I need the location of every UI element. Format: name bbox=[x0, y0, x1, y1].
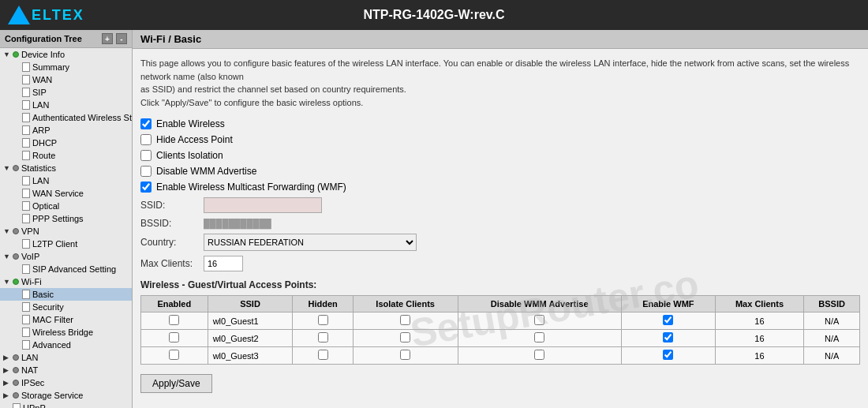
max-clients-input[interactable] bbox=[204, 256, 243, 271]
clients-isolation-checkbox[interactable] bbox=[140, 150, 152, 161]
page-icon bbox=[22, 176, 30, 185]
sidebar-item-wifi-security[interactable]: Security bbox=[0, 301, 132, 313]
clients-isolation-label[interactable]: Clients Isolation bbox=[140, 150, 223, 161]
sidebar-item-dhcp[interactable]: DHCP bbox=[0, 137, 132, 149]
sidebar-label: Advanced bbox=[32, 340, 71, 350]
guest1-enabled-checkbox[interactable] bbox=[169, 315, 179, 325]
disable-wmm-checkbox[interactable] bbox=[140, 166, 152, 177]
hide-ap-checkbox[interactable] bbox=[140, 134, 152, 145]
th-max-clients: Max Clients bbox=[715, 296, 803, 313]
page-icon bbox=[22, 328, 30, 337]
page-icon bbox=[22, 302, 30, 312]
guest2-disable-wmm-checkbox[interactable] bbox=[534, 332, 544, 342]
td-isolate bbox=[353, 347, 458, 365]
sidebar-item-wifi-advanced[interactable]: Advanced bbox=[0, 339, 132, 351]
sidebar-item-nat[interactable]: ▶ NAT bbox=[0, 364, 132, 376]
sidebar-item-stat-optical[interactable]: Optical bbox=[0, 200, 132, 212]
sidebar-item-voip[interactable]: ▼ VoIP bbox=[0, 250, 132, 263]
guest1-hidden-checkbox[interactable] bbox=[318, 315, 328, 325]
sidebar-label: Device Info bbox=[21, 50, 65, 59]
sidebar-label: Authenticated Wireless Static bbox=[32, 113, 133, 122]
sidebar-item-auth-wireless[interactable]: Authenticated Wireless Static bbox=[0, 111, 132, 124]
sidebar-label: Summary bbox=[32, 62, 69, 72]
max-clients-label: Max Clients: bbox=[140, 258, 204, 269]
page-icon bbox=[22, 290, 30, 299]
country-select[interactable]: RUSSIAN FEDERATION UNITED STATES GERMANY… bbox=[204, 234, 417, 251]
sidebar-item-lan-root[interactable]: ▶ LAN bbox=[0, 351, 132, 364]
sidebar-header: Configuration Tree + - bbox=[0, 30, 132, 48]
sidebar-item-storage[interactable]: ▶ Storage Service bbox=[0, 389, 132, 402]
sidebar-label: VoIP bbox=[21, 252, 39, 261]
sidebar-item-vpn[interactable]: ▼ VPN bbox=[0, 225, 132, 238]
guest3-hidden-checkbox[interactable] bbox=[318, 350, 328, 360]
status-icon bbox=[13, 380, 19, 386]
logo: ELTEX bbox=[8, 6, 84, 24]
remove-item-button[interactable]: - bbox=[116, 33, 127, 44]
expander-icon: ▼ bbox=[3, 227, 13, 235]
ssid-input[interactable] bbox=[204, 197, 322, 213]
sidebar-item-route[interactable]: Route bbox=[0, 149, 132, 162]
sidebar: Configuration Tree + - ▼ Device Info Sum… bbox=[0, 30, 133, 408]
sidebar-item-statistics[interactable]: ▼ Statistics bbox=[0, 162, 132, 174]
guest2-isolate-checkbox[interactable] bbox=[400, 332, 410, 342]
sidebar-item-l2tp[interactable]: L2TP Client bbox=[0, 238, 132, 250]
sidebar-label: PPP Settings bbox=[32, 214, 84, 223]
td-enabled bbox=[141, 347, 208, 365]
guest2-enable-wmf-checkbox[interactable] bbox=[663, 332, 673, 342]
enable-wmf-checkbox[interactable] bbox=[140, 182, 152, 193]
sidebar-item-lan[interactable]: LAN bbox=[0, 99, 132, 111]
th-ssid: SSID bbox=[208, 296, 293, 313]
content-header: Wi-Fi / Basic bbox=[133, 30, 868, 49]
hide-ap-label[interactable]: Hide Access Point bbox=[140, 134, 233, 145]
enable-wmf-label[interactable]: Enable Wireless Multicast Forwarding (WM… bbox=[140, 182, 346, 193]
sidebar-item-stat-lan[interactable]: LAN bbox=[0, 174, 132, 187]
sidebar-item-upnp[interactable]: UPnP bbox=[0, 402, 132, 408]
enable-wireless-label[interactable]: Enable Wireless bbox=[140, 118, 225, 129]
logo-triangle-icon bbox=[8, 6, 30, 24]
sidebar-item-device-info[interactable]: ▼ Device Info bbox=[0, 48, 132, 61]
sidebar-item-sip[interactable]: SIP bbox=[0, 86, 132, 99]
guest1-enable-wmf-checkbox[interactable] bbox=[663, 315, 673, 325]
page-icon bbox=[22, 201, 30, 211]
page-icon bbox=[22, 125, 30, 135]
country-label: Country: bbox=[140, 237, 204, 248]
sidebar-item-stat-wan[interactable]: WAN Service bbox=[0, 187, 132, 200]
guest1-isolate-checkbox[interactable] bbox=[400, 315, 410, 325]
max-clients-row: Max Clients: bbox=[140, 256, 860, 271]
sidebar-item-wifi[interactable]: ▼ Wi-Fi bbox=[0, 275, 132, 288]
main-layout: Configuration Tree + - ▼ Device Info Sum… bbox=[0, 30, 868, 408]
sidebar-label: Basic bbox=[32, 290, 54, 299]
status-icon bbox=[13, 228, 19, 234]
apply-save-button[interactable]: Apply/Save bbox=[140, 374, 212, 393]
sidebar-item-sip-advanced[interactable]: SIP Advanced Setting bbox=[0, 263, 132, 275]
guest3-disable-wmm-checkbox[interactable] bbox=[534, 350, 544, 360]
page-icon bbox=[22, 88, 30, 97]
guest2-enabled-checkbox[interactable] bbox=[169, 332, 179, 342]
sidebar-item-ppp-settings[interactable]: PPP Settings bbox=[0, 212, 132, 225]
sidebar-item-ipsec[interactable]: ▶ IPSec bbox=[0, 376, 132, 389]
td-disable-wmm bbox=[458, 313, 621, 330]
sidebar-label: SIP bbox=[32, 88, 47, 97]
sidebar-item-arp[interactable]: ARP bbox=[0, 124, 132, 137]
td-enabled bbox=[141, 313, 208, 330]
status-icon bbox=[13, 367, 19, 373]
description-line2: as SSID) and restrict the channel set ba… bbox=[140, 84, 406, 94]
guest3-enabled-checkbox[interactable] bbox=[169, 350, 179, 360]
table-row: wl0_Guest1 16 N/A bbox=[141, 313, 860, 330]
guest3-isolate-checkbox[interactable] bbox=[400, 350, 410, 360]
guest3-enable-wmf-checkbox[interactable] bbox=[663, 350, 673, 360]
sidebar-item-wifi-basic[interactable]: Basic bbox=[0, 288, 132, 301]
bssid-row: BSSID: ███████████ bbox=[140, 218, 860, 229]
guest1-disable-wmm-checkbox[interactable] bbox=[534, 315, 544, 325]
sidebar-label: LAN bbox=[32, 100, 49, 110]
enable-wireless-checkbox[interactable] bbox=[140, 118, 152, 129]
sidebar-item-wan[interactable]: WAN bbox=[0, 73, 132, 86]
add-item-button[interactable]: + bbox=[102, 33, 113, 44]
sidebar-item-mac-filter[interactable]: MAC Filter bbox=[0, 313, 132, 326]
td-hidden bbox=[293, 347, 353, 365]
guest2-hidden-checkbox[interactable] bbox=[318, 332, 328, 342]
disable-wmm-label[interactable]: Disable WMM Advertise bbox=[140, 166, 256, 177]
sidebar-header-icons: + - bbox=[102, 33, 127, 44]
sidebar-item-summary[interactable]: Summary bbox=[0, 61, 132, 73]
sidebar-item-wireless-bridge[interactable]: Wireless Bridge bbox=[0, 326, 132, 339]
